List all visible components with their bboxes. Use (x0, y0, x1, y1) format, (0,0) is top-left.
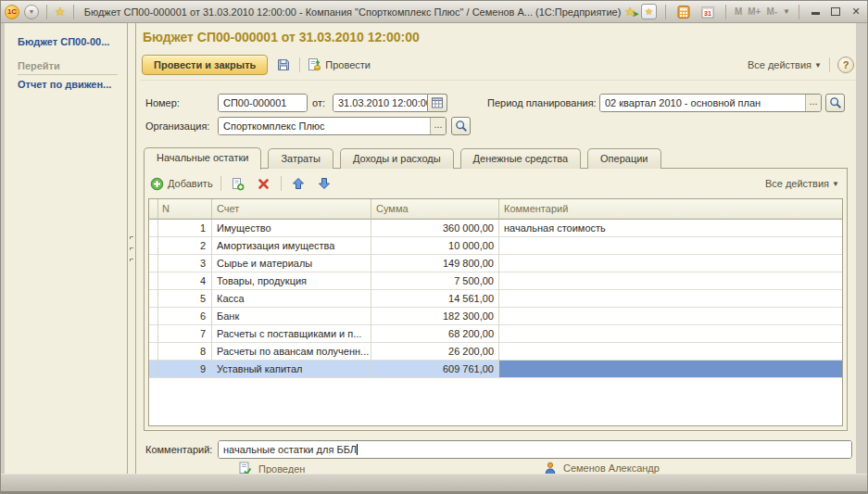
cell-account[interactable]: Банк (212, 308, 371, 325)
cell-comment[interactable] (499, 272, 842, 290)
copy-row-button[interactable] (229, 174, 247, 193)
tab-panel-opening-balances: Добавить (144, 168, 848, 431)
row-marker[interactable] (149, 237, 158, 255)
cell-n[interactable]: 9 (158, 361, 212, 378)
maximize-button[interactable] (828, 6, 843, 18)
titlebar: 1С ▼ ★ Бюджет СП00-000001 от 31.03.2010 … (1, 1, 867, 23)
cell-account[interactable]: Расчеты по авансам полученн... (212, 343, 371, 361)
chevron-down-icon: ▼ (814, 61, 822, 70)
move-up-button[interactable] (289, 174, 308, 193)
star-icon: ★ (645, 6, 653, 19)
move-down-button[interactable] (315, 174, 333, 193)
organization-input[interactable]: Спорткомплекс Плюс ... (218, 117, 447, 135)
row-marker[interactable] (149, 343, 158, 361)
cell-account[interactable]: Касса (212, 290, 371, 308)
grid-all-actions-button[interactable]: Все действия ▼ (765, 178, 839, 189)
cell-comment[interactable] (499, 237, 842, 255)
delete-row-button[interactable] (255, 174, 273, 193)
cell-sum[interactable]: 7 500,00 (371, 272, 499, 290)
cell-sum[interactable]: 68 200,00 (371, 325, 499, 343)
cell-account[interactable]: Имущество (212, 220, 371, 237)
row-marker[interactable] (149, 272, 158, 290)
cell-sum[interactable]: 14 561,00 (371, 290, 499, 308)
tab-opening-balances[interactable]: Начальные остатки (144, 147, 261, 170)
separator (725, 5, 726, 19)
add-to-favorites-button[interactable]: ★➤ (624, 6, 635, 19)
cell-account[interactable]: Сырье и материалы (212, 255, 371, 272)
post-button[interactable]: Провести (307, 57, 371, 72)
memory-m-minus-button[interactable]: M- (766, 6, 777, 17)
organization-open-button[interactable] (451, 117, 471, 135)
form-scroll-gutter[interactable] (856, 23, 867, 475)
toolbar-options-button[interactable]: ▼ (783, 7, 790, 16)
cell-n[interactable]: 1 (158, 220, 212, 237)
tab-operations[interactable]: Операции (587, 148, 660, 169)
cell-sum[interactable]: 609 761,00 (371, 361, 499, 378)
calculator-button[interactable] (674, 3, 693, 21)
cell-n[interactable]: 2 (158, 237, 212, 255)
cell-account[interactable]: Расчеты с поставщиками и п... (212, 325, 371, 343)
tab-cash[interactable]: Денежные средства (460, 148, 581, 169)
favorites-menu-button[interactable]: ★ (641, 4, 657, 19)
close-button[interactable]: ✕ (849, 6, 863, 18)
tab-costs[interactable]: Затраты (268, 148, 333, 169)
date-input[interactable]: 31.03.2010 12:00:00 (333, 94, 428, 112)
cell-comment[interactable] (499, 308, 842, 325)
number-input[interactable]: СП00-000001 (218, 94, 308, 112)
column-header-n: N (158, 199, 212, 219)
cell-account[interactable]: Амортизация имущества (212, 237, 371, 255)
cell-comment[interactable] (499, 290, 842, 308)
organization-select-button[interactable]: ... (430, 118, 446, 134)
cell-sum[interactable]: 149 800,00 (371, 255, 499, 272)
add-row-button[interactable]: Добавить (150, 177, 213, 191)
calendar-button[interactable]: 31 (698, 3, 717, 21)
cell-comment[interactable] (499, 325, 842, 343)
cell-n[interactable]: 5 (158, 290, 212, 308)
row-marker[interactable] (149, 220, 158, 237)
cell-comment[interactable] (499, 343, 842, 361)
sidebar-item-register-report[interactable]: Отчет по движен... (18, 79, 127, 90)
date-picker-button[interactable] (428, 94, 447, 112)
save-button[interactable] (274, 56, 293, 74)
cell-account[interactable]: Уставный капитал (212, 361, 371, 378)
row-marker[interactable] (149, 308, 158, 325)
cell-n[interactable]: 8 (158, 343, 212, 361)
cell-sum[interactable]: 10 000,00 (371, 237, 499, 255)
cell-comment[interactable] (499, 255, 842, 272)
cell-n[interactable]: 6 (158, 308, 212, 325)
minimize-button[interactable] (808, 6, 823, 18)
planning-period-input[interactable]: 02 квартал 2010 - основной план ... (599, 94, 822, 112)
memory-m-button[interactable]: M (735, 6, 742, 17)
period-open-button[interactable] (825, 94, 845, 112)
cell-comment-focused[interactable] (499, 361, 842, 378)
system-menu-button[interactable]: ▼ (24, 5, 39, 19)
cell-account[interactable]: Товары, продукция (212, 272, 371, 290)
comment-input[interactable]: начальные остатки для ББЛ (218, 440, 852, 459)
separator (665, 5, 666, 19)
cell-comment[interactable]: начальная стоимость (499, 220, 842, 237)
row-marker[interactable] (149, 290, 158, 308)
cell-n[interactable]: 3 (158, 255, 212, 272)
period-select-button[interactable]: ... (805, 95, 821, 111)
memory-m-plus-button[interactable]: M+ (748, 6, 761, 17)
app-logo-1c-icon[interactable]: 1С (5, 5, 19, 19)
all-actions-button[interactable]: Все действия ▼ (748, 59, 822, 70)
page-title: Бюджет СП00-000001 от 31.03.2010 12:00:0… (143, 30, 420, 44)
sidebar-splitter[interactable] (127, 23, 136, 475)
row-marker[interactable] (149, 255, 158, 272)
cell-n[interactable]: 4 (158, 272, 212, 290)
table-row: 5 Касса 14 561,00 (149, 290, 842, 308)
help-button[interactable]: ? (837, 57, 854, 73)
favorites-star-icon[interactable]: ★ (55, 6, 66, 19)
tab-income-expenses[interactable]: Доходы и расходы (340, 148, 454, 169)
post-and-close-button[interactable]: Провести и закрыть (142, 55, 268, 75)
green-arrow-icon: ➤ (632, 7, 639, 20)
row-marker[interactable] (149, 361, 158, 378)
cell-n[interactable]: 7 (158, 325, 212, 343)
cell-sum[interactable]: 360 000,00 (371, 220, 499, 237)
number-label: Номер: (145, 94, 180, 112)
cell-sum[interactable]: 182 300,00 (371, 308, 499, 325)
cell-sum[interactable]: 26 200,00 (371, 343, 499, 361)
sidebar-item-budget-document[interactable]: Бюджет СП00-00... (18, 36, 127, 47)
row-marker[interactable] (149, 325, 158, 343)
